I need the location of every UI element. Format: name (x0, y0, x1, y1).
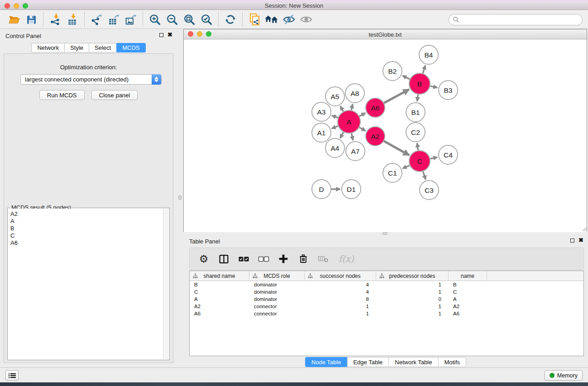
edge-A-A7[interactable] (351, 133, 353, 140)
delete-columns-button[interactable] (296, 252, 310, 266)
edge-A-A3[interactable] (332, 115, 338, 118)
delete-table-button[interactable] (316, 252, 330, 266)
show-all-button[interactable] (297, 12, 315, 27)
tab-node-table[interactable]: Node Table (305, 357, 347, 367)
edge-C-C1[interactable] (402, 166, 409, 169)
column-header-name[interactable]: name (449, 271, 487, 281)
refresh-view-button[interactable] (222, 12, 239, 27)
node-C4[interactable]: C4 (439, 145, 458, 164)
zoom-out-button[interactable] (163, 12, 181, 27)
float-panel-icon[interactable] (159, 33, 163, 37)
node-D[interactable]: D (312, 180, 331, 199)
table-settings-button[interactable]: ⚙ (197, 252, 210, 266)
edge-A-A6[interactable] (359, 113, 365, 116)
node-C1[interactable]: C1 (383, 163, 402, 182)
edge-C-C2[interactable] (417, 143, 418, 150)
open-network-document-button[interactable] (246, 12, 263, 27)
function-builder-button[interactable]: f(x) (336, 252, 356, 266)
show-columns-button[interactable] (217, 252, 230, 266)
mcds-result-list[interactable]: A2ABCA6 (8, 209, 163, 359)
column-header-successor-nodes[interactable]: successor nodes (305, 271, 376, 281)
run-mcds-button[interactable]: Run MCDS (39, 90, 85, 100)
network-window-titlebar[interactable]: testGlobe.txt (184, 29, 587, 39)
column-header-MCDS-role[interactable]: MCDS role (249, 271, 305, 281)
table-row[interactable]: Bdominator41B (190, 281, 583, 288)
tab-mcds[interactable]: MCDS (116, 43, 145, 52)
node-B1[interactable]: B1 (406, 103, 425, 122)
edge-A-A1[interactable] (332, 126, 338, 129)
edge-A-A5[interactable] (340, 106, 344, 111)
zoom-selected-button[interactable] (198, 12, 215, 27)
tab-motifs[interactable]: Motifs (438, 357, 466, 367)
close-panel-icon[interactable]: ✖ (167, 33, 172, 37)
edge-A-A2[interactable] (359, 128, 366, 131)
divider-grip[interactable] (178, 195, 182, 200)
close-panel-icon[interactable]: ✖ (578, 238, 583, 243)
node-B4[interactable]: B4 (419, 45, 438, 64)
table-row[interactable]: A2connector11A2 (190, 303, 583, 310)
result-item[interactable]: C (10, 232, 163, 239)
hide-selected-button[interactable] (280, 12, 297, 27)
node-A[interactable]: A (338, 110, 360, 133)
edge-A2-C[interactable] (384, 141, 409, 155)
node-A8[interactable]: A8 (345, 84, 364, 103)
result-item[interactable]: A (10, 218, 163, 225)
node-A5[interactable]: A5 (325, 87, 344, 106)
table-row[interactable]: Cdominator41C (190, 288, 583, 295)
edge-B-B1[interactable] (417, 95, 418, 101)
node-B[interactable]: B (409, 73, 430, 94)
open-session-button[interactable] (5, 12, 23, 27)
float-panel-icon[interactable] (570, 238, 574, 243)
export-image-button[interactable] (122, 12, 139, 27)
node-B2[interactable]: B2 (383, 62, 402, 81)
edge-B-B3[interactable] (430, 86, 437, 87)
zoom-in-button[interactable] (146, 12, 163, 27)
network-graph-canvas[interactable]: B4B2BB3A8A5A6B1A3AA1C2A2A4A7C4CC1C3DD1 (184, 40, 587, 232)
edge-A-A4[interactable] (340, 132, 344, 138)
result-scrollbar[interactable] (163, 209, 169, 359)
node-C[interactable]: C (409, 151, 430, 172)
node-A2[interactable]: A2 (366, 127, 385, 146)
show-task-history-button[interactable] (5, 370, 19, 381)
zoom-fit-button[interactable] (181, 12, 198, 27)
edge-A6-B[interactable] (384, 90, 409, 103)
search-input[interactable] (449, 14, 583, 25)
column-header-shared-name[interactable]: shared name (190, 271, 249, 281)
save-session-button[interactable] (23, 12, 40, 27)
result-item[interactable]: B (10, 225, 163, 232)
import-table-button[interactable] (64, 12, 81, 27)
tab-network[interactable]: Network (31, 43, 64, 52)
node-A6[interactable]: A6 (366, 98, 385, 117)
tab-network-table[interactable]: Network Table (388, 357, 438, 367)
node-C3[interactable]: C3 (420, 181, 439, 200)
memory-button[interactable]: Memory (545, 370, 583, 381)
edge-C-C3[interactable] (423, 172, 425, 180)
horizontal-split-divider[interactable] (183, 232, 588, 235)
criterion-dropdown[interactable]: largest connected component (directed) (20, 74, 162, 85)
node-A7[interactable]: A7 (346, 142, 365, 161)
edge-B-B4[interactable] (423, 65, 425, 73)
create-column-button[interactable] (277, 252, 290, 266)
tab-select[interactable]: Select (89, 43, 116, 52)
export-network-button[interactable] (88, 12, 105, 27)
deselect-all-button[interactable] (257, 252, 270, 266)
select-all-button[interactable] (237, 252, 250, 266)
node-A3[interactable]: A3 (312, 102, 331, 121)
vertical-split-divider[interactable] (177, 29, 183, 367)
node-B3[interactable]: B3 (439, 81, 458, 100)
tab-edge-table[interactable]: Edge Table (347, 357, 388, 367)
resize-grip-icon[interactable] (581, 226, 587, 232)
return-home-button[interactable] (263, 12, 280, 27)
node-C2[interactable]: C2 (406, 123, 425, 142)
node-A4[interactable]: A4 (325, 138, 344, 157)
node-D1[interactable]: D1 (342, 180, 361, 199)
export-table-button[interactable] (105, 12, 122, 27)
import-network-button[interactable] (47, 12, 64, 27)
close-panel-button[interactable]: Close panel (91, 90, 138, 100)
tab-style[interactable]: Style (64, 43, 89, 52)
divider-grip[interactable] (382, 232, 387, 235)
edge-B-B2[interactable] (402, 76, 410, 79)
column-header-predecessor-nodes[interactable]: predecessor nodes (376, 271, 449, 281)
edge-A-A8[interactable] (351, 104, 353, 110)
edge-C-C4[interactable] (430, 157, 437, 158)
